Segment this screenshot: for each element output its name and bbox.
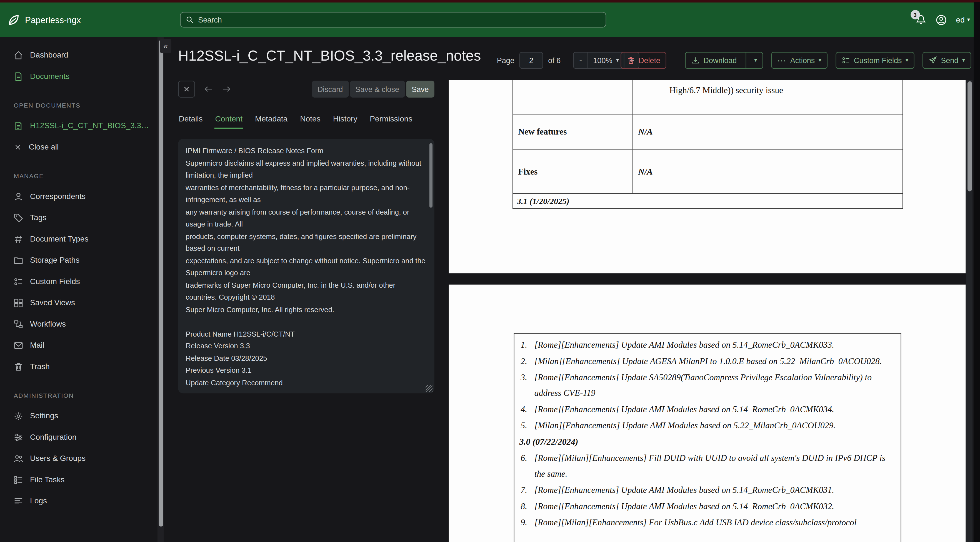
table-row: 3.1 (1/20/2025) bbox=[513, 194, 902, 209]
document-actions: Delete Download ▾ ··· Actions ▾ Custom F… bbox=[620, 52, 971, 69]
table-row: Fixes N/A bbox=[513, 150, 902, 194]
paperless-leaf-logo-icon bbox=[8, 13, 20, 26]
tab-metadata[interactable]: Metadata bbox=[255, 115, 288, 129]
page-title: H12SSL-i_C_CT_NT_BIOS_3.3_release_notes bbox=[178, 48, 481, 64]
window-scrollbar-gutter bbox=[974, 2, 980, 542]
sidebar-item-logs[interactable]: Logs bbox=[0, 490, 158, 512]
sidebar-item-users-groups[interactable]: Users & Groups bbox=[0, 448, 158, 469]
sidebar-scrollbar-thumb[interactable] bbox=[158, 40, 163, 527]
fields-icon bbox=[14, 277, 23, 286]
sidebar-item-document-types[interactable]: Document Types bbox=[0, 228, 158, 250]
zoom-value: 100% bbox=[593, 56, 612, 65]
sidebar-item-documents[interactable]: Documents bbox=[0, 65, 158, 87]
page-number-input[interactable] bbox=[519, 52, 543, 69]
sidebar-item-saved-views[interactable]: Saved Views bbox=[0, 292, 158, 314]
sidebar-item-configuration[interactable]: Configuration bbox=[0, 427, 158, 448]
table-cell-value: N/A bbox=[633, 150, 902, 193]
close-all-button[interactable]: Close all bbox=[0, 137, 158, 158]
sidebar-item-custom-fields[interactable]: Custom Fields bbox=[0, 271, 158, 292]
discard-button[interactable]: Discard bbox=[312, 81, 348, 97]
hash-icon bbox=[14, 234, 23, 244]
notifications-button[interactable]: 3 bbox=[915, 14, 926, 25]
table-cell-empty bbox=[513, 80, 633, 114]
top-navbar: Paperless-ngx 3 ed ▾ bbox=[0, 3, 980, 37]
list-item: 6.[Rome][Milan][Enhancements] Fill DUID … bbox=[519, 450, 887, 482]
chevron-down-icon: ▾ bbox=[962, 57, 965, 63]
username-label: ed bbox=[956, 15, 965, 24]
person-icon bbox=[14, 192, 23, 201]
download-icon bbox=[691, 56, 700, 64]
version-row: 3.1 (1/20/2025) bbox=[513, 194, 902, 209]
sidebar-item-file-tasks[interactable]: File Tasks bbox=[0, 469, 158, 491]
table-row: New features N/A bbox=[513, 115, 902, 150]
tab-details[interactable]: Details bbox=[178, 115, 203, 129]
table-row: High/6.7 Middle)) security issue bbox=[513, 80, 902, 115]
page-label: Page bbox=[497, 56, 514, 65]
logs-icon bbox=[14, 496, 23, 505]
tab-permissions[interactable]: Permissions bbox=[369, 115, 413, 129]
preview-scrollbar-thumb[interactable] bbox=[967, 81, 972, 191]
file-text-icon bbox=[14, 72, 23, 81]
table-cell-value: N/A bbox=[633, 115, 902, 150]
send-dropdown-button[interactable]: Send ▾ bbox=[923, 52, 971, 69]
window-top-strip bbox=[0, 0, 980, 3]
sidebar-item-trash[interactable]: Trash bbox=[0, 356, 158, 377]
zoom-out-button[interactable]: - bbox=[573, 52, 588, 69]
tab-content[interactable]: Content bbox=[215, 115, 243, 129]
table-cell-label: New features bbox=[513, 115, 633, 150]
user-menu[interactable]: ed ▾ bbox=[956, 15, 970, 24]
search-input[interactable] bbox=[180, 12, 606, 27]
fields-icon bbox=[842, 56, 850, 64]
folder-icon bbox=[14, 255, 23, 265]
sidebar-item-workflows[interactable]: Workflows bbox=[0, 313, 158, 335]
sidebar-item-tags[interactable]: Tags bbox=[0, 207, 158, 228]
manage-header: MANAGE bbox=[0, 158, 158, 186]
editor-toolbar: Discard Save & close Save bbox=[178, 81, 434, 97]
close-icon bbox=[14, 143, 22, 151]
save-and-close-button[interactable]: Save & close bbox=[350, 81, 405, 97]
document-content-textarea[interactable]: IPMI Firmware / BIOS Release Notes Form … bbox=[178, 139, 434, 394]
close-document-button[interactable] bbox=[178, 81, 195, 97]
trash-icon bbox=[14, 362, 23, 371]
global-search bbox=[180, 12, 606, 27]
app-brand: Paperless-ngx bbox=[0, 13, 81, 26]
sidebar-collapse-button[interactable]: « bbox=[160, 39, 172, 53]
sidebar-item-dashboard[interactable]: Dashboard bbox=[0, 45, 158, 66]
pdf-page-2: 1.[Rome][Enhancements] Update AMI Module… bbox=[449, 285, 966, 542]
release-notes-table: High/6.7 Middle)) security issue New fea… bbox=[512, 80, 903, 209]
sidebar-item-mail[interactable]: Mail bbox=[0, 335, 158, 356]
textarea-scrollbar-thumb[interactable] bbox=[430, 143, 433, 208]
app-title: Paperless-ngx bbox=[25, 15, 81, 25]
gear-icon bbox=[14, 411, 23, 421]
next-document-button[interactable] bbox=[222, 84, 231, 94]
document-tabs: Details Content Metadata Notes History P… bbox=[178, 115, 413, 129]
version-heading: 3.0 (07/22/2024) bbox=[519, 434, 887, 450]
file-text-icon bbox=[14, 121, 23, 130]
grid-icon bbox=[14, 298, 23, 308]
page-total-label: of 6 bbox=[548, 56, 560, 65]
tag-icon bbox=[14, 213, 23, 222]
people-icon bbox=[14, 454, 23, 463]
tab-history[interactable]: History bbox=[332, 115, 358, 129]
custom-fields-dropdown-button[interactable]: Custom Fields ▾ bbox=[836, 52, 915, 69]
zoom-level-select[interactable]: 100% ▾ bbox=[588, 52, 624, 69]
house-icon bbox=[14, 50, 23, 60]
workflow-icon bbox=[14, 319, 23, 329]
tab-notes[interactable]: Notes bbox=[299, 115, 321, 129]
save-button[interactable]: Save bbox=[406, 81, 434, 97]
administration-header: ADMINISTRATION bbox=[0, 377, 158, 405]
account-icon-button[interactable] bbox=[935, 14, 947, 26]
previous-document-button[interactable] bbox=[204, 84, 213, 94]
delete-button[interactable]: Delete bbox=[620, 52, 667, 69]
sidebar-item-settings[interactable]: Settings bbox=[0, 405, 158, 427]
sidebar-item-storage-paths[interactable]: Storage Paths bbox=[0, 250, 158, 271]
open-document-item[interactable]: H12SSL-i_C_CT_NT_BIOS_3.3_rel... bbox=[0, 115, 158, 137]
chevron-down-icon: ▾ bbox=[819, 57, 821, 63]
close-icon bbox=[183, 85, 191, 93]
actions-dropdown-button[interactable]: ··· Actions ▾ bbox=[772, 52, 827, 69]
sidebar-item-correspondents[interactable]: Correspondents bbox=[0, 186, 158, 207]
textarea-resize-handle[interactable] bbox=[426, 385, 433, 392]
trash-icon bbox=[627, 56, 635, 64]
split-divider bbox=[746, 53, 746, 68]
download-split-button[interactable]: Download ▾ bbox=[685, 52, 763, 69]
